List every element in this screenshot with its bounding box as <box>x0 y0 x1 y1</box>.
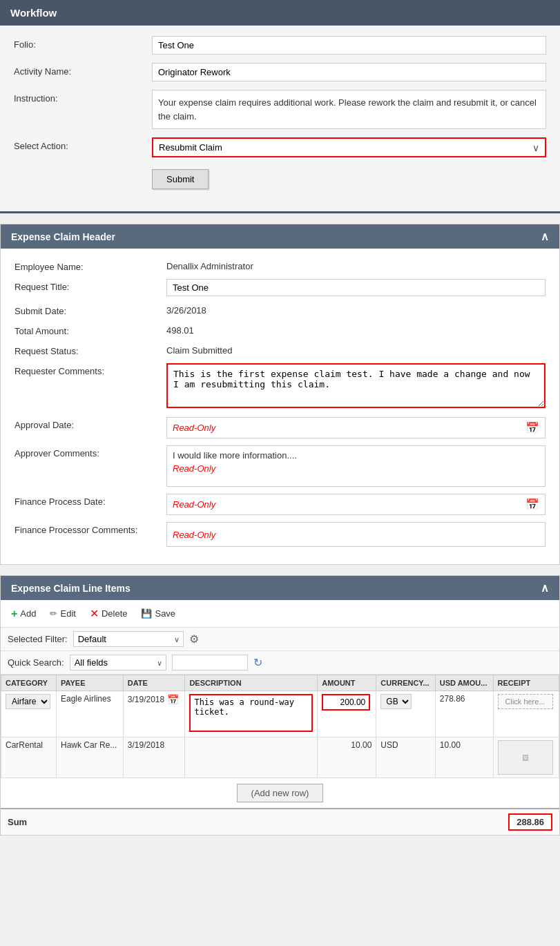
row2-category-value: CarRental <box>6 740 43 750</box>
selected-filter-dropdown[interactable]: Default <box>73 631 184 647</box>
add-new-row-button[interactable]: (Add new row) <box>237 784 324 802</box>
folio-row: Folio: <box>14 36 546 55</box>
gear-icon[interactable]: ⚙ <box>189 633 199 646</box>
row2-amount-cell: 10.00 <box>318 737 376 778</box>
instruction-text: Your expense claim requires additional w… <box>152 90 546 129</box>
edit-label: Edit <box>60 608 75 619</box>
edit-icon: ✏ <box>50 608 57 619</box>
collapse-expense-claim-header-icon[interactable]: ∧ <box>541 230 549 243</box>
finance-processor-comments-readonly: Read-Only <box>173 530 215 540</box>
sum-row: Sum 288.86 <box>1 808 559 835</box>
table-header-row: CATEGORY PAYEE DATE DESCRIPTION AMOUNT C… <box>1 675 559 691</box>
row1-receipt-btn[interactable]: Click here... <box>498 694 553 709</box>
col-receipt: RECEIPT <box>493 675 559 691</box>
quick-search-input[interactable] <box>172 655 248 670</box>
row1-amount-cell <box>318 691 376 737</box>
select-action-value-container: Resubmit Claim Cancel Claim <box>152 137 546 157</box>
activity-name-value-container <box>152 63 546 81</box>
employee-name-label: Employee Name: <box>15 259 166 272</box>
col-payee: PAYEE <box>57 675 124 691</box>
approver-comments-row: Approver Comments: I would like more inf… <box>15 445 545 487</box>
row1-category-select[interactable]: Airfare <box>6 694 50 709</box>
row2-receipt-cell: 🖼 <box>493 737 559 778</box>
select-action-label: Select Action: <box>14 137 152 151</box>
row1-amount-input[interactable] <box>322 694 370 711</box>
select-action-row: Select Action: Resubmit Claim Cancel Cla… <box>14 137 546 157</box>
submit-spacer <box>14 166 152 169</box>
col-category: CATEGORY <box>1 675 57 691</box>
workflow-title: Workflow <box>10 7 57 19</box>
refresh-icon[interactable]: ↻ <box>253 656 262 669</box>
workflow-header: Workflow <box>0 0 560 26</box>
save-icon: 💾 <box>141 608 152 619</box>
sum-label: Sum <box>8 817 27 827</box>
line-items-header: Expense Claim Line Items ∧ <box>1 576 559 600</box>
row2-category-cell: CarRental <box>1 737 57 778</box>
expense-claim-header-body: Employee Name: Denallix Administrator Re… <box>1 249 559 564</box>
finance-process-date-field: Read-Only 📅 <box>166 494 545 515</box>
delete-button[interactable]: ✕ Delete <box>86 606 131 621</box>
submit-row: Submit <box>14 166 546 189</box>
folio-input[interactable] <box>152 36 546 55</box>
collapse-line-items-icon[interactable]: ∧ <box>541 581 549 595</box>
quick-search-label: Quick Search: <box>8 657 64 668</box>
row1-date-container: 3/19/2018 📅 <box>128 694 181 705</box>
save-label: Save <box>155 608 175 619</box>
select-action-dropdown[interactable]: Resubmit Claim Cancel Claim <box>152 137 546 157</box>
request-title-label: Request Title: <box>15 279 166 292</box>
row1-receipt-cell: Click here... <box>493 691 559 737</box>
request-title-row: Request Title: <box>15 279 545 296</box>
finance-process-date-value-container: Read-Only 📅 <box>166 494 545 515</box>
row1-description-input[interactable]: This was a round-way ticket. <box>189 694 313 732</box>
submit-button[interactable]: Submit <box>152 169 209 189</box>
delete-icon: ✕ <box>90 607 99 620</box>
requester-comments-value-container: This is the first expense claim test. I … <box>166 363 545 410</box>
instruction-row: Instruction: Your expense claim requires… <box>14 90 546 129</box>
instruction-value-container: Your expense claim requires additional w… <box>152 90 546 129</box>
finance-process-date-label: Finance Process Date: <box>15 494 166 507</box>
approval-date-value-container: Read-Only 📅 <box>166 417 545 438</box>
approval-date-row: Approval Date: Read-Only 📅 <box>15 417 545 438</box>
request-title-input[interactable] <box>166 279 545 296</box>
quick-search-field-dropdown[interactable]: All fields <box>70 655 166 670</box>
row2-usd-amount-value: 10.00 <box>440 740 461 750</box>
finance-processor-comments-label: Finance Processor Comments: <box>15 522 166 535</box>
edit-button[interactable]: ✏ Edit <box>46 607 79 620</box>
delete-label: Delete <box>102 608 128 619</box>
row2-currency-value: USD <box>380 740 398 750</box>
finance-process-date-row: Finance Process Date: Read-Only 📅 <box>15 494 545 515</box>
folio-value-container <box>152 36 546 55</box>
request-status-value: Claim Submitted <box>166 343 545 356</box>
select-action-wrapper: Resubmit Claim Cancel Claim <box>152 137 546 157</box>
row1-currency-select[interactable]: GBP <box>380 694 412 709</box>
row2-usd-amount-cell: 10.00 <box>435 737 493 778</box>
col-usd-amount: USD AMOU... <box>435 675 493 691</box>
total-amount-label: Total Amount: <box>15 323 166 336</box>
row2-payee-cell: Hawk Car Re... <box>57 737 124 778</box>
row1-date-calendar-icon[interactable]: 📅 <box>167 694 179 705</box>
save-button[interactable]: 💾 Save <box>137 607 179 620</box>
row1-description-cell: This was a round-way ticket. <box>185 691 318 737</box>
finance-processor-comments-value-container: Read-Only <box>166 522 545 547</box>
row2-receipt-placeholder: 🖼 <box>498 740 553 775</box>
approval-date-calendar-icon[interactable]: 📅 <box>525 421 539 434</box>
row2-date-cell: 3/19/2018 <box>123 737 185 778</box>
selected-filter-wrapper: Default <box>73 631 184 647</box>
col-amount: AMOUNT <box>318 675 376 691</box>
folio-label: Folio: <box>14 36 152 50</box>
sum-value: 288.86 <box>508 813 552 831</box>
add-button[interactable]: + Add <box>8 606 39 621</box>
approval-date-readonly-text: Read-Only <box>173 423 215 433</box>
approver-comments-readonly: Read-Only <box>173 463 215 474</box>
col-currency: CURRENCY... <box>376 675 435 691</box>
filter-row-2: Quick Search: All fields ↻ <box>1 651 559 675</box>
activity-name-input[interactable] <box>152 63 546 81</box>
request-status-row: Request Status: Claim Submitted <box>15 343 545 356</box>
expense-claim-header-section: Expense Claim Header ∧ Employee Name: De… <box>0 224 560 565</box>
approver-comments-box: I would like more information.... Read-O… <box>166 445 545 487</box>
row1-currency-cell: GBP <box>376 691 435 737</box>
row1-usd-amount-cell: 278.86 <box>435 691 493 737</box>
activity-name-row: Activity Name: <box>14 63 546 81</box>
requester-comments-textarea[interactable]: This is the first expense claim test. I … <box>166 363 545 408</box>
finance-process-date-calendar-icon[interactable]: 📅 <box>525 498 539 511</box>
